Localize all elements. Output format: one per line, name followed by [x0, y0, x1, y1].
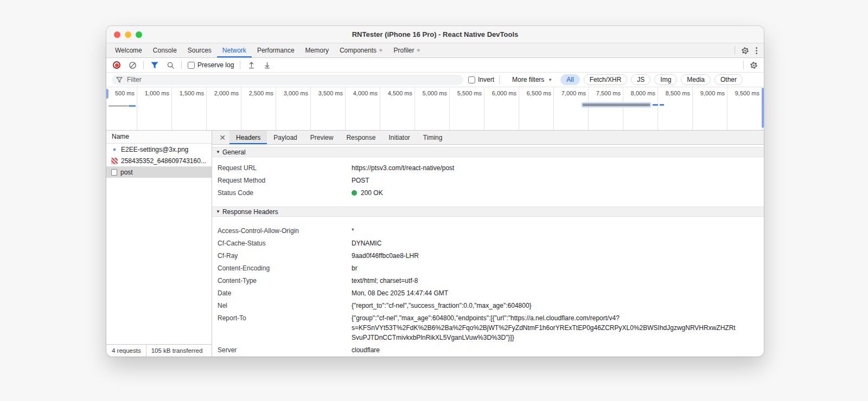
filter-chip[interactable]: JS: [631, 74, 650, 85]
request-type-icon: [111, 169, 117, 176]
timeline-tick-label: 7,000 ms: [554, 87, 589, 130]
filter-funnel-small-icon: [116, 77, 123, 83]
clear-network-log-button[interactable]: [127, 60, 137, 70]
timeline-tick-label: 5,500 ms: [450, 87, 484, 130]
zoom-window-button[interactable]: [136, 31, 142, 38]
preserve-log-label: Preserve log: [197, 61, 234, 69]
general-section-header[interactable]: ▼ General: [212, 147, 764, 157]
details-tab[interactable]: Preview: [304, 131, 340, 144]
timeline-tick-label: 8,000 ms: [623, 87, 658, 130]
headers-content: ▼ General Request URL https://ptsv3.com/…: [212, 145, 764, 357]
network-settings-gear-icon[interactable]: [749, 60, 758, 70]
chevron-down-icon: ▼: [548, 77, 552, 82]
search-icon[interactable]: [165, 60, 175, 70]
request-details-panel: ✕ Headers Payload Preview: [212, 131, 764, 357]
divider: [499, 75, 500, 84]
record-network-log-button[interactable]: [112, 60, 122, 70]
devtools-tab[interactable]: Console: [148, 43, 182, 57]
title-bar: RNTester (iPhone 16 Pro) - React Native …: [106, 26, 764, 43]
invert-checkbox[interactable]: [468, 76, 475, 83]
timeline-tick-label: 4,000 ms: [346, 87, 380, 130]
timeline-tick-label: 1,000 ms: [137, 87, 172, 130]
close-details-icon[interactable]: ✕: [215, 131, 229, 144]
requests-status-bar: 4 requests 105 kB transferred: [106, 344, 212, 357]
devtools-tab[interactable]: Memory: [300, 43, 334, 57]
header-row: Request URL https://ptsv3.com/t/react-na…: [212, 161, 764, 174]
request-row[interactable]: E2EE-settings@3x.png: [106, 144, 212, 155]
triangle-down-icon: ▼: [216, 150, 220, 154]
tab-badge-icon: ✳: [417, 48, 421, 53]
timeline-tick-label: 2,000 ms: [207, 87, 241, 130]
header-row: Access-Control-Allow-Origin *: [212, 224, 764, 237]
name-column-header[interactable]: Name: [106, 131, 212, 144]
header-row: Status Code 200 OK: [212, 186, 764, 199]
transferred-size: 105 kB transferred: [151, 347, 203, 354]
overview-left-handle[interactable]: [106, 89, 108, 99]
request-type-icon: [111, 146, 118, 153]
header-row: Request Method POST: [212, 174, 764, 186]
devtools-tab[interactable]: Components ✳: [334, 43, 388, 57]
filter-chip[interactable]: Fetch/XHR: [584, 74, 628, 85]
header-row: Nel {"report_to":"cf-nel","success_fract…: [212, 299, 764, 312]
network-overview-timeline[interactable]: 500 ms 1,000 ms 1,500 ms 2,000 ms 2,500 …: [106, 87, 764, 131]
filter-input[interactable]: [126, 75, 459, 84]
timeline-tick-label: 3,000 ms: [276, 87, 311, 130]
timeline-tick-label: 7,500 ms: [589, 87, 623, 130]
header-row: Content-Encoding br: [212, 262, 764, 274]
header-row: Date Mon, 08 Dec 2025 14:47:44 GMT: [212, 287, 764, 299]
response-headers-section-header[interactable]: ▼ Response Headers: [212, 206, 764, 217]
devtools-tab[interactable]: Performance: [252, 43, 300, 57]
window-title: RNTester (iPhone 16 Pro) - React Native …: [106, 30, 764, 38]
devtools-tab[interactable]: Profiler ✳: [388, 43, 426, 57]
filter-chip[interactable]: All: [560, 74, 579, 85]
overview-selected-request-bar: [583, 104, 650, 106]
timeline-tick-label: 2,500 ms: [241, 87, 276, 130]
timeline-tick-label: 8,500 ms: [658, 87, 693, 130]
details-tab[interactable]: Response: [340, 131, 382, 144]
header-row: Vary Cookie: [212, 356, 764, 357]
filter-input-pill[interactable]: [112, 75, 463, 85]
filter-chip[interactable]: Img: [654, 74, 677, 85]
request-row[interactable]: 258435352_648609743160...: [106, 155, 212, 166]
more-options-kebab-icon[interactable]: [755, 47, 758, 54]
header-row: Report-To {"group":"cf-nel","max_age":60…: [212, 312, 764, 344]
divider: [735, 46, 735, 55]
request-row[interactable]: post: [106, 166, 212, 178]
divider: [143, 61, 144, 69]
filter-chip[interactable]: Other: [714, 74, 743, 85]
filter-chip[interactable]: Media: [681, 74, 711, 85]
overview-activity-dash: [660, 104, 664, 106]
devtools-window: RNTester (iPhone 16 Pro) - React Native …: [106, 26, 764, 357]
timeline-scrollbar[interactable]: [762, 88, 764, 128]
devtools-tab[interactable]: Sources: [182, 43, 217, 57]
devtools-tab[interactable]: Welcome: [110, 43, 148, 57]
minimize-window-button[interactable]: [125, 31, 131, 38]
timeline-tick-label: 9,500 ms: [727, 87, 762, 130]
tab-badge-icon: ✳: [379, 48, 383, 53]
preserve-log-checkbox[interactable]: [188, 62, 195, 69]
divider: [146, 345, 146, 357]
overview-activity-bar: [108, 105, 128, 107]
status-ok-dot: [352, 190, 357, 196]
request-count: 4 requests: [112, 347, 141, 354]
export-har-icon[interactable]: [246, 60, 256, 70]
settings-gear-icon[interactable]: [740, 46, 750, 55]
triangle-down-icon: ▼: [216, 209, 220, 214]
filter-funnel-icon[interactable]: [150, 60, 159, 70]
header-row: Cf-Ray 9aad0f46ffbc0ae8-LHR: [212, 249, 764, 262]
details-tab[interactable]: Timing: [417, 131, 449, 144]
invert-label: Invert: [478, 76, 494, 83]
details-tab[interactable]: Payload: [267, 131, 303, 144]
devtools-tab[interactable]: Network: [217, 43, 252, 57]
details-tab[interactable]: Initiator: [382, 131, 416, 144]
details-tab[interactable]: Headers: [229, 131, 267, 144]
close-window-button[interactable]: [114, 31, 120, 38]
import-har-icon[interactable]: [262, 60, 272, 70]
header-row: Server cloudflare: [212, 344, 764, 356]
divider: [743, 61, 744, 69]
timeline-tick-label: 9,000 ms: [693, 87, 727, 130]
timeline-tick-label: 6,000 ms: [484, 87, 519, 130]
more-filters-dropdown[interactable]: More filters ▼: [512, 76, 552, 83]
overview-activity-bar: [129, 105, 136, 107]
request-type-icon: [111, 158, 118, 164]
